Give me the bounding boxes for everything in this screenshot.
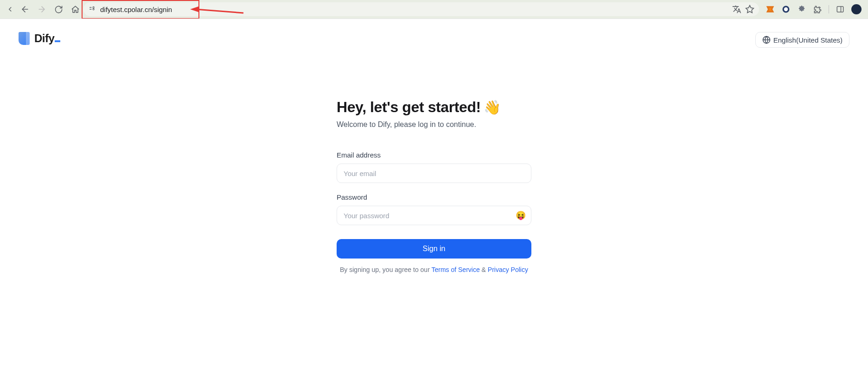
nav-buttons	[4, 5, 17, 14]
terms-link[interactable]: Terms of Service	[431, 266, 479, 273]
metamask-extension-icon[interactable]	[766, 5, 775, 14]
home-button[interactable]	[70, 5, 80, 14]
svg-point-6	[93, 8, 94, 10]
arrow-left-icon	[6, 5, 14, 13]
svg-marker-7	[746, 6, 754, 13]
forward-button[interactable]	[37, 5, 46, 14]
profile-avatar[interactable]	[851, 4, 862, 14]
side-panel-icon[interactable]	[836, 5, 845, 14]
language-label: English(United States)	[773, 36, 842, 44]
email-field-wrap	[337, 164, 531, 183]
password-field[interactable]	[337, 206, 531, 225]
svg-point-5	[93, 6, 94, 8]
back-button[interactable]	[20, 5, 30, 14]
page-header: Dify English(United States)	[0, 19, 868, 48]
reload-button[interactable]	[54, 5, 63, 14]
extensions-button[interactable]	[813, 5, 822, 14]
browser-toolbar: difytest.cpolar.cn/signin	[0, 0, 868, 19]
extension-icons	[763, 4, 864, 14]
privacy-link[interactable]: Privacy Policy	[488, 266, 528, 273]
svg-rect-4	[89, 9, 92, 9]
terms-conj: &	[480, 266, 488, 273]
language-selector[interactable]: English(United States)	[755, 32, 849, 48]
extension-icon-3[interactable]	[797, 5, 806, 14]
bookmark-icon[interactable]	[745, 5, 754, 14]
home-icon	[71, 5, 80, 14]
translate-icon[interactable]	[732, 5, 741, 14]
back-button[interactable]	[6, 5, 15, 14]
svg-rect-12	[837, 6, 843, 12]
signin-form: Hey, let's get started! 👋 Welcome to Dif…	[337, 99, 531, 273]
page-content: Dify English(United States) Hey, let's g…	[0, 19, 868, 385]
terms-prefix: By signing up, you agree to our	[340, 266, 431, 273]
arrow-right-icon	[37, 5, 46, 14]
extension-icon-2[interactable]	[781, 5, 791, 14]
site-info-icon[interactable]	[88, 5, 96, 13]
svg-rect-3	[89, 7, 92, 7]
signin-button[interactable]: Sign in	[337, 239, 531, 259]
wave-icon: 👋	[484, 99, 501, 115]
password-label: Password	[337, 193, 531, 201]
reload-icon	[54, 5, 63, 14]
nav-group	[20, 5, 80, 14]
email-label: Email address	[337, 151, 531, 159]
url-bar[interactable]: difytest.cpolar.cn/signin	[83, 2, 759, 16]
brand-name: Dify	[34, 32, 60, 45]
brand-logo[interactable]: Dify	[19, 32, 60, 45]
url-text[interactable]: difytest.cpolar.cn/signin	[100, 6, 728, 13]
arrow-left-icon	[20, 5, 30, 14]
globe-icon	[762, 36, 771, 44]
svg-point-11	[784, 7, 788, 11]
page-headline: Hey, let's get started!	[337, 99, 481, 116]
terms-line: By signing up, you agree to our Terms of…	[337, 266, 531, 273]
divider	[829, 5, 829, 13]
page-subline: Welcome to Dify, please log in to contin…	[337, 120, 531, 129]
headline-row: Hey, let's get started! 👋	[337, 99, 531, 116]
password-field-wrap: 😝	[337, 206, 531, 225]
logo-mark-icon	[19, 32, 30, 45]
email-field[interactable]	[337, 164, 531, 183]
password-visibility-toggle[interactable]: 😝	[516, 210, 526, 221]
